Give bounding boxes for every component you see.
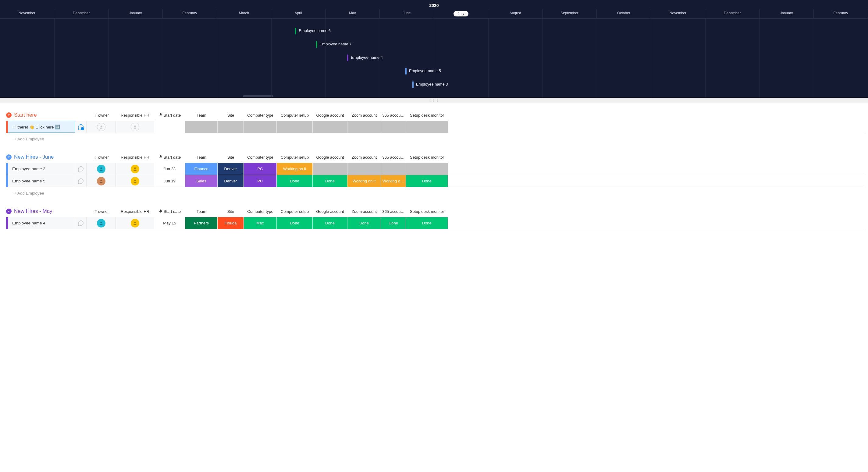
column-header[interactable]: Computer setup <box>277 155 313 160</box>
cell-ctype[interactable]: PC <box>244 163 277 175</box>
table-row[interactable]: Employee name 5Jun 19SalesDenverPCDoneDo… <box>6 175 864 187</box>
timeline-month[interactable]: May <box>326 9 380 18</box>
cell-team[interactable]: Sales <box>185 175 218 187</box>
cell-desk[interactable] <box>406 121 448 133</box>
column-header[interactable]: Computer setup <box>277 113 313 117</box>
timeline-month[interactable]: January <box>108 9 163 18</box>
column-header[interactable]: Computer type <box>244 155 277 160</box>
column-header[interactable]: IT owner <box>87 209 116 214</box>
add-row[interactable]: + Add Employee <box>6 187 864 199</box>
avatar[interactable] <box>131 123 139 131</box>
cell-google[interactable] <box>313 121 347 133</box>
column-header[interactable]: 365 accou… <box>381 155 406 160</box>
timeline-month[interactable]: January <box>760 9 814 18</box>
column-header[interactable]: IT owner <box>87 155 116 160</box>
group-toggle[interactable] <box>6 112 11 118</box>
timeline-body[interactable]: Employee name 6Employee name 7Employee n… <box>0 19 868 98</box>
column-header[interactable]: Setup desk monitor <box>406 113 448 117</box>
chat-icon[interactable]: 1 <box>75 121 87 133</box>
cell-it_owner[interactable] <box>87 163 116 175</box>
timeline-splitter[interactable]: ⋮⋮⋮ <box>0 98 868 103</box>
timeline-month[interactable]: March <box>217 9 271 18</box>
cell-site[interactable]: Denver <box>218 175 244 187</box>
column-header[interactable]: Team <box>185 113 218 117</box>
cell-desk[interactable]: Done <box>406 175 448 187</box>
group-title[interactable]: Start here <box>14 112 87 118</box>
chat-icon[interactable] <box>75 175 87 187</box>
cell-it_owner[interactable] <box>87 121 116 133</box>
add-row-label[interactable]: + Add Employee <box>8 137 44 141</box>
cell-start[interactable]: Jun 19 <box>154 175 185 187</box>
cell-csetup[interactable] <box>277 121 313 133</box>
cell-desk[interactable] <box>406 163 448 175</box>
column-header[interactable]: Site <box>218 155 244 160</box>
cell-o365[interactable]: Done <box>381 217 406 229</box>
table-row[interactable]: Employee name 4May 15PartnersFloridaMacD… <box>6 217 864 229</box>
timeline-month[interactable]: September <box>542 9 597 18</box>
cell-csetup[interactable]: Done <box>277 217 313 229</box>
avatar[interactable] <box>97 177 105 186</box>
avatar[interactable] <box>131 165 139 173</box>
cell-start[interactable] <box>154 121 185 133</box>
group-toggle[interactable] <box>6 155 11 160</box>
cell-ctype[interactable]: Mac <box>244 217 277 229</box>
cell-site[interactable] <box>218 121 244 133</box>
timeline-month[interactable]: February <box>163 9 217 18</box>
timeline-month[interactable]: December <box>705 9 760 18</box>
cell-zoom[interactable] <box>347 163 381 175</box>
timeline-month[interactable]: June <box>380 9 434 18</box>
column-header[interactable]: Responsible HR <box>116 113 154 117</box>
column-header[interactable]: Google account <box>313 209 347 214</box>
cell-csetup[interactable]: Working on it <box>277 163 313 175</box>
column-header[interactable]: Zoom account <box>347 113 381 117</box>
column-header[interactable]: IT owner <box>87 113 116 117</box>
column-header[interactable]: Responsible HR <box>116 209 154 214</box>
cell-o365[interactable] <box>381 163 406 175</box>
avatar[interactable] <box>97 165 105 173</box>
cell-it_owner[interactable] <box>87 175 116 187</box>
cell-it_owner[interactable] <box>87 217 116 229</box>
column-header[interactable]: Setup desk monitor <box>406 209 448 214</box>
cell-start[interactable]: Jun 23 <box>154 163 185 175</box>
table-row[interactable]: Hi there! 👋 Click here ➡️1 <box>6 121 864 133</box>
cell-o365[interactable] <box>381 121 406 133</box>
cell-site[interactable]: Denver <box>218 163 244 175</box>
avatar[interactable] <box>131 219 139 228</box>
column-header[interactable]: Start date <box>154 155 185 160</box>
cell-team[interactable]: Partners <box>185 217 218 229</box>
cell-team[interactable] <box>185 121 218 133</box>
timeline-month[interactable]: April <box>271 9 326 18</box>
cell-google[interactable] <box>313 163 347 175</box>
cell-google[interactable]: Done <box>313 175 347 187</box>
timeline-month[interactable]: October <box>597 9 651 18</box>
cell-google[interactable]: Done <box>313 217 347 229</box>
add-row-label[interactable]: + Add Employee <box>8 191 44 196</box>
add-row[interactable]: + Add Employee <box>6 133 864 145</box>
group-title[interactable]: New Hires - June <box>14 154 87 160</box>
column-header[interactable]: Team <box>185 155 218 160</box>
column-header[interactable]: Setup desk monitor <box>406 155 448 160</box>
row-name-cell[interactable]: Employee name 4 <box>8 217 75 229</box>
group-toggle[interactable] <box>6 209 11 214</box>
column-header[interactable]: Start date <box>154 113 185 117</box>
cell-team[interactable]: Finance <box>185 163 218 175</box>
column-header[interactable]: Zoom account <box>347 155 381 160</box>
timeline-month[interactable]: December <box>54 9 108 18</box>
timeline-bar[interactable] <box>295 28 296 34</box>
cell-hr[interactable] <box>116 163 154 175</box>
cell-csetup[interactable]: Done <box>277 175 313 187</box>
column-header[interactable]: Site <box>218 209 244 214</box>
timeline-scrollbar-thumb[interactable] <box>243 95 273 97</box>
timeline-bar[interactable] <box>405 68 407 75</box>
cell-hr[interactable] <box>116 121 154 133</box>
column-header[interactable]: Computer setup <box>277 209 313 214</box>
column-header[interactable]: Start date <box>154 209 185 214</box>
row-name-cell[interactable]: Employee name 5 <box>8 175 75 187</box>
column-header[interactable]: Google account <box>313 155 347 160</box>
column-header[interactable]: 365 accou… <box>381 209 406 214</box>
cell-site[interactable]: Florida <box>218 217 244 229</box>
chat-icon[interactable] <box>75 217 87 229</box>
cell-zoom[interactable] <box>347 121 381 133</box>
cell-desk[interactable]: Done <box>406 217 448 229</box>
cell-zoom[interactable]: Done <box>347 217 381 229</box>
